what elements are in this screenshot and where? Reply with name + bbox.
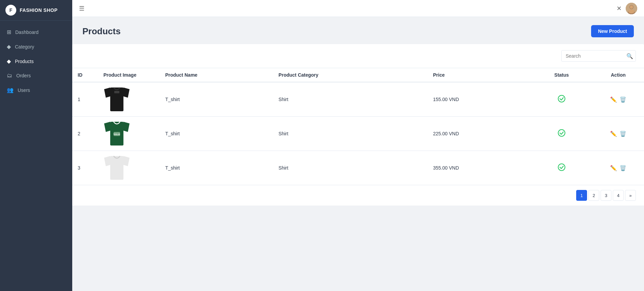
cell-price: 355.00 VND [428,151,531,185]
page-header: Products New Product [72,17,644,44]
table-row: 2 TEELAB T_shirt Shirt 225.00 VND ✏️ 🗑️ [72,117,644,151]
avatar [626,3,637,14]
cell-image [98,151,160,185]
col-header-price: Price [428,68,531,82]
search-button[interactable]: 🔍 [626,53,633,59]
cell-category: Shirt [273,82,428,117]
brand-title: FASHION SHOP [20,7,58,13]
cell-status [531,151,592,185]
table-header: ID Product Image Product Name Product Ca… [72,68,644,82]
svg-rect-8 [114,91,119,93]
cell-id: 2 [72,117,98,151]
svg-point-3 [630,5,633,9]
category-icon: ◆ [7,43,11,50]
pagination-next[interactable]: » [625,190,636,201]
col-header-category: Product Category [273,68,428,82]
pagination-page-4[interactable]: 4 [613,190,624,201]
svg-point-19 [558,164,565,171]
cell-id: 3 [72,151,98,185]
sidebar-item-dashboard[interactable]: ⊞ Dashboard [0,25,72,39]
svg-point-15 [558,130,565,136]
cell-status [531,117,592,151]
sidebar-item-orders[interactable]: 🗂 Orders [0,69,72,83]
users-icon: 👥 [7,87,14,93]
cell-name: T_shirt [160,151,273,185]
pagination-page-1[interactable]: 1 [576,190,587,201]
svg-rect-18 [110,156,123,180]
svg-point-9 [558,95,565,102]
main-area: ☰ ✕ Products New Product [72,0,644,291]
sidebar-header: F FASHION SHOP [0,0,72,21]
table-row: 1 T_shirt Shirt 155.00 VND ✏️ 🗑️ [72,82,644,117]
new-product-button[interactable]: New Product [591,25,634,37]
cell-category: Shirt [273,151,428,185]
status-active-icon [558,131,565,138]
search-input[interactable] [561,50,636,62]
cell-name: T_shirt [160,117,273,151]
brand-logo: F [5,5,16,16]
col-header-status: Status [531,68,592,82]
delete-button[interactable]: 🗑️ [620,165,626,171]
page-title: Products [82,26,121,37]
pagination-page-2[interactable]: 2 [588,190,599,201]
cell-price: 155.00 VND [428,82,531,117]
sidebar-item-users[interactable]: 👥 Users [0,83,72,97]
search-bar: 🔍 [72,44,644,68]
pagination: 1234» [72,185,644,206]
sidebar-item-label: Users [18,88,30,93]
sidebar-nav: ⊞ Dashboard ◆ Category ◆ Products 🗂 Orde… [0,21,72,291]
cell-action: ✏️ 🗑️ [592,117,644,151]
products-icon: ◆ [7,58,11,64]
cell-action: ✏️ 🗑️ [592,151,644,185]
col-header-image: Product Image [98,68,160,82]
content-area: Products New Product 🔍 ID Product Image … [72,17,644,291]
hamburger-button[interactable]: ☰ [79,5,84,12]
delete-button[interactable]: 🗑️ [620,96,626,103]
topbar-left: ☰ [79,5,84,12]
cell-image: TEELAB [98,117,160,151]
close-icon[interactable]: ✕ [617,5,622,12]
cell-action: ✏️ 🗑️ [592,82,644,117]
sidebar-item-label: Category [15,44,34,50]
status-active-icon [558,165,565,172]
sidebar-item-label: Dashboard [15,30,39,35]
cell-id: 1 [72,82,98,117]
sidebar: F FASHION SHOP ⊞ Dashboard ◆ Category ◆ … [0,0,72,291]
pagination-page-3[interactable]: 3 [601,190,611,201]
table-container: 🔍 ID Product Image Product Name Product … [72,44,644,206]
search-wrap: 🔍 [561,50,636,62]
svg-text:TEELAB: TEELAB [113,133,120,135]
topbar-right: ✕ [617,3,637,14]
cell-status [531,82,592,117]
edit-button[interactable]: ✏️ [610,96,617,103]
table-row: 3 T_shirt Shirt 355.00 VND ✏️ 🗑️ [72,151,644,185]
sidebar-item-category[interactable]: ◆ Category [0,39,72,54]
delete-button[interactable]: 🗑️ [620,131,626,137]
sidebar-item-label: Products [15,59,34,64]
sidebar-item-label: Orders [16,73,31,78]
col-header-action: Action [592,68,644,82]
sidebar-item-products[interactable]: ◆ Products [0,54,72,69]
cell-category: Shirt [273,117,428,151]
svg-point-4 [628,9,635,14]
cell-price: 225.00 VND [428,117,531,151]
col-header-name: Product Name [160,68,273,82]
dashboard-icon: ⊞ [7,29,11,35]
topbar: ☰ ✕ [72,0,644,17]
status-active-icon [558,96,565,104]
edit-button[interactable]: ✏️ [610,131,617,137]
edit-button[interactable]: ✏️ [610,165,617,171]
table-body: 1 T_shirt Shirt 155.00 VND ✏️ 🗑️ 2 [72,82,644,185]
products-table: ID Product Image Product Name Product Ca… [72,68,644,185]
cell-name: T_shirt [160,82,273,117]
cell-image [98,82,160,117]
col-header-id: ID [72,68,98,82]
orders-icon: 🗂 [7,73,12,79]
